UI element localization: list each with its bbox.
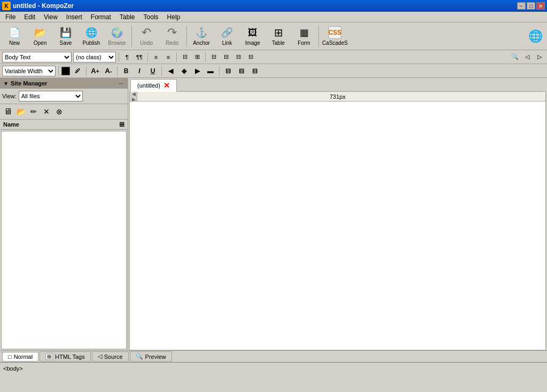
text-align-left-button[interactable]: ◀ bbox=[165, 66, 176, 76]
sm-delete-button[interactable]: ✕ bbox=[41, 106, 52, 117]
open-icon: 📂 bbox=[34, 26, 46, 39]
style-sep-4 bbox=[161, 66, 162, 76]
link-label: Link bbox=[222, 40, 232, 46]
site-manager-controls: View: All files bbox=[0, 89, 128, 104]
text-indent-right-button[interactable]: ⊟ bbox=[249, 66, 261, 76]
sm-edit-button[interactable]: ✏ bbox=[28, 106, 40, 117]
color-picker-button[interactable]: 🖊 bbox=[72, 66, 83, 76]
sm-open-button[interactable]: 📂 bbox=[15, 106, 27, 117]
browse-button[interactable]: 🌍 Browse bbox=[105, 24, 129, 49]
menu-edit[interactable]: Edit bbox=[20, 12, 40, 22]
close-button[interactable]: ✕ bbox=[536, 2, 545, 10]
editor-tab-title: (untitled) bbox=[137, 82, 160, 89]
normal-label: Normal bbox=[14, 354, 33, 360]
open-button[interactable]: 📂 Open bbox=[28, 24, 52, 49]
cascades-icon: CSS bbox=[329, 26, 341, 39]
format-toolbar: Body Text (no class) ¶ ¶¶ ≡ ≡ ⊟ ⊞ ⊟ ⊟ ⊟ … bbox=[0, 50, 547, 64]
publish-button[interactable]: 🌐 Publish bbox=[79, 24, 104, 49]
unordered-list-button[interactable]: ≡ bbox=[151, 52, 161, 62]
paragraph-marks-button[interactable]: ¶¶ bbox=[134, 52, 145, 62]
form-button[interactable]: ▦ Form bbox=[292, 24, 316, 49]
cascades-label: CaScadeS bbox=[322, 40, 348, 46]
text-align-center-button[interactable]: ◈ bbox=[178, 66, 190, 76]
align-justify-button[interactable]: ⊟ bbox=[245, 52, 256, 62]
view-label: View: bbox=[2, 93, 17, 99]
redo-button[interactable]: ↷ Redo bbox=[160, 24, 184, 49]
text-align-right-button[interactable]: ▶ bbox=[191, 66, 203, 76]
undo-button[interactable]: ↶ Undo bbox=[134, 24, 159, 49]
maximize-button[interactable]: □ bbox=[527, 2, 535, 10]
separator-3 bbox=[318, 26, 319, 47]
editor-tab-close[interactable]: ✕ bbox=[163, 81, 170, 90]
menu-tools[interactable]: Tools bbox=[139, 12, 163, 22]
site-manager-header-left: ▼ Site Manager bbox=[3, 80, 47, 87]
tab-source[interactable]: ◁ Source bbox=[92, 351, 129, 362]
css-class-select[interactable]: (no class) bbox=[73, 52, 116, 62]
italic-button[interactable]: I bbox=[134, 66, 145, 76]
paragraph-mark-button[interactable]: ¶ bbox=[122, 52, 132, 62]
cascades-button[interactable]: CSS CaScadeS bbox=[321, 24, 349, 49]
nav-fwd-button[interactable]: ▷ bbox=[534, 52, 545, 62]
save-icon: 💾 bbox=[59, 26, 72, 39]
site-manager-header[interactable]: ▼ Site Manager ↔ bbox=[0, 78, 128, 89]
separator-2 bbox=[186, 26, 187, 47]
outdent-button[interactable]: ⊟ bbox=[179, 52, 190, 62]
undo-label: Undo bbox=[140, 40, 153, 46]
underline-button[interactable]: U bbox=[147, 66, 159, 76]
site-manager-resize-icon[interactable]: ↔ bbox=[118, 80, 124, 87]
tab-html-tags[interactable]: ⊞ HTML Tags bbox=[40, 351, 91, 362]
text-align-justify-button[interactable]: ▬ bbox=[205, 66, 216, 76]
ordered-list-button[interactable]: ≡ bbox=[163, 52, 174, 62]
app-icon: K bbox=[2, 2, 11, 10]
indent-button[interactable]: ⊞ bbox=[192, 52, 202, 62]
align-center-button[interactable]: ⊟ bbox=[221, 52, 231, 62]
editor-tab-untitled[interactable]: (untitled) ✕ bbox=[130, 79, 177, 92]
new-button[interactable]: 📄 New bbox=[2, 24, 27, 49]
text-indent-center-button[interactable]: ⊟ bbox=[236, 66, 247, 76]
font-width-select[interactable]: Variable Width bbox=[2, 66, 56, 76]
site-manager-toolbar: 🖥 📂 ✏ ✕ ⊗ bbox=[0, 104, 128, 120]
align-left-button[interactable]: ⊟ bbox=[208, 52, 219, 62]
publish-icon: 🌐 bbox=[85, 26, 98, 39]
text-indent-left-button[interactable]: ⊟ bbox=[222, 66, 234, 76]
redo-icon: ↷ bbox=[166, 26, 178, 39]
site-manager-panel: ▼ Site Manager ↔ View: All files 🖥 📂 ✏ ✕… bbox=[0, 78, 128, 350]
minimize-button[interactable]: − bbox=[517, 2, 526, 10]
style-sep-5 bbox=[219, 66, 220, 76]
search-button[interactable]: 🔍 bbox=[510, 52, 520, 62]
menu-table[interactable]: Table bbox=[115, 12, 139, 22]
paragraph-style-select[interactable]: Body Text bbox=[2, 52, 72, 62]
files-expand-icon[interactable]: ⊞ bbox=[119, 121, 124, 128]
menu-insert[interactable]: Insert bbox=[62, 12, 87, 22]
image-button[interactable]: 🖼 Image bbox=[240, 24, 265, 49]
html-tags-label: HTML Tags bbox=[55, 354, 85, 360]
table-button[interactable]: ⊞ Table bbox=[266, 24, 291, 49]
align-right-button[interactable]: ⊟ bbox=[233, 52, 244, 62]
link-icon: 🔗 bbox=[221, 26, 233, 39]
resize-handle[interactable]: ◀▶ bbox=[130, 92, 137, 101]
save-button[interactable]: 💾 Save bbox=[53, 24, 78, 49]
table-label: Table bbox=[272, 40, 285, 46]
menu-help[interactable]: Help bbox=[163, 12, 185, 22]
main-layout: ▼ Site Manager ↔ View: All files 🖥 📂 ✏ ✕… bbox=[0, 78, 547, 350]
tab-preview[interactable]: 🔍 Preview bbox=[130, 351, 172, 362]
tab-normal[interactable]: □ Normal bbox=[2, 352, 38, 362]
view-select[interactable]: All files bbox=[19, 91, 83, 101]
sm-new-site-button[interactable]: 🖥 bbox=[2, 106, 14, 117]
nav-back-button[interactable]: ◁ bbox=[522, 52, 533, 62]
menu-format[interactable]: Format bbox=[87, 12, 115, 22]
decrease-font-button[interactable]: A- bbox=[103, 66, 114, 76]
link-button[interactable]: 🔗 Link bbox=[215, 24, 239, 49]
bold-button[interactable]: B bbox=[120, 66, 132, 76]
menu-file[interactable]: File bbox=[1, 12, 20, 22]
increase-font-button[interactable]: A+ bbox=[89, 66, 101, 76]
undo-icon: ↶ bbox=[140, 26, 153, 39]
search-web-button[interactable]: 🌐 bbox=[526, 27, 545, 46]
form-label: Form bbox=[298, 40, 310, 46]
menu-view[interactable]: View bbox=[40, 12, 62, 22]
color-swatch[interactable] bbox=[61, 67, 70, 75]
source-icon: ◁ bbox=[98, 353, 102, 360]
sm-stop-button[interactable]: ⊗ bbox=[53, 106, 65, 117]
editing-area[interactable] bbox=[130, 101, 545, 350]
anchor-button[interactable]: ⚓ Anchor bbox=[189, 24, 214, 49]
